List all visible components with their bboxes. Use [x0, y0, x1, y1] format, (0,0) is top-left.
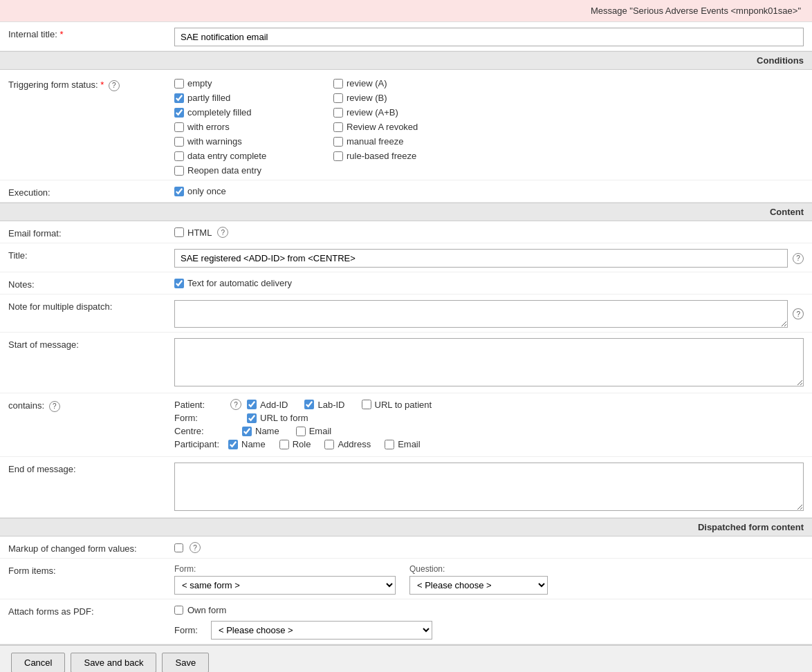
cb-rule-freeze-label: rule-based freeze [347, 151, 416, 161]
cb-centre-name[interactable] [242, 427, 252, 436]
triggering-label: Triggering form status: * ? [8, 77, 174, 91]
cb-part-address[interactable] [324, 440, 334, 449]
participant-label: Participant: [174, 439, 223, 449]
title-help-icon[interactable]: ? [793, 253, 804, 264]
cb-html[interactable] [174, 227, 184, 237]
attach-form-label: Form: [174, 625, 205, 635]
form-contains-row: Form: URL to form [174, 413, 804, 423]
email-format-label: Email format: [8, 225, 174, 239]
cb-review-a-rev[interactable] [333, 122, 343, 132]
content-header: Content [0, 203, 812, 221]
cb-empty[interactable] [174, 79, 184, 88]
notes-control: Text for automatic delivery [174, 277, 804, 288]
cb-reopen-item: Reopen data entry [174, 165, 313, 176]
markup-wrap: ? [174, 542, 804, 553]
start-message-textarea[interactable] [174, 338, 804, 386]
cb-manual-freeze[interactable] [333, 137, 343, 147]
cb-markup[interactable] [174, 543, 183, 552]
cb-part-address-label: Address [338, 439, 371, 449]
cb-own-form[interactable] [174, 606, 183, 615]
cb-errors[interactable] [174, 122, 184, 132]
cb-lab-id[interactable] [304, 400, 314, 409]
cb-review-b[interactable] [333, 93, 343, 103]
cb-partly-item: partly filled [174, 93, 313, 103]
cb-centre-email[interactable] [296, 427, 306, 436]
cb-completely-item: completely filled [174, 107, 313, 118]
form-checks: URL to form [247, 413, 308, 423]
cb-warnings-item: with warnings [174, 136, 313, 147]
attach-forms-control: Own form Form: < Please choose > [174, 604, 804, 640]
cb-data-entry[interactable] [174, 151, 184, 161]
cb-warnings[interactable] [174, 137, 184, 147]
patient-label: Patient: [174, 400, 223, 410]
cb-partly-label: partly filled [187, 93, 230, 103]
cb-review-ab[interactable] [333, 108, 343, 118]
cb-warnings-label: with warnings [187, 136, 242, 147]
question-select[interactable]: < Please choose > [409, 576, 548, 595]
form-items-row: Form items: Form: < same form > Question… [0, 559, 812, 599]
cb-text-auto-label: Text for automatic delivery [187, 278, 292, 288]
save-and-back-button[interactable]: Save and back [71, 653, 156, 672]
attach-form-select[interactable]: < Please choose > [211, 621, 432, 640]
triggering-help-icon[interactable]: ? [109, 80, 120, 91]
cb-url-patient[interactable] [362, 400, 371, 409]
cb-review-b-label: review (B) [347, 93, 387, 103]
cb-part-name[interactable] [228, 440, 238, 449]
note-multiple-help-icon[interactable]: ? [793, 308, 804, 319]
cb-add-id[interactable] [247, 400, 257, 409]
attach-forms-label: Attach forms as PDF: [8, 604, 174, 617]
cb-part-name-label: Name [241, 439, 266, 449]
markup-help-icon[interactable]: ? [190, 542, 201, 553]
title-label: Title: [8, 248, 174, 261]
cb-part-role-item: Role [279, 439, 311, 449]
patient-help-icon[interactable]: ? [230, 399, 241, 410]
cb-part-email[interactable] [385, 440, 394, 449]
end-message-control [174, 461, 804, 513]
cb-url-patient-label: URL to patient [375, 400, 432, 410]
end-message-textarea[interactable] [174, 463, 804, 511]
triggering-right-col: review (A) review (B) review (A+B) [333, 78, 472, 176]
patient-row: Patient: ? Add-ID Lab-ID UR [174, 399, 804, 410]
centre-row: Centre: Name Email [174, 426, 804, 436]
cb-once-label: only once [187, 186, 226, 196]
cb-review-a[interactable] [333, 79, 343, 88]
cb-centre-name-item: Name [242, 426, 279, 436]
triggering-checkboxes: empty partly filled completely filled [174, 78, 804, 176]
save-button[interactable]: Save [162, 653, 209, 672]
cb-rule-freeze[interactable] [333, 151, 343, 161]
cb-part-role[interactable] [279, 440, 289, 449]
execution-control: only once [174, 185, 804, 196]
cb-part-email-item: Email [385, 439, 421, 449]
note-multiple-textarea[interactable] [174, 300, 788, 328]
cb-once[interactable] [174, 187, 184, 196]
internal-title-input[interactable] [174, 28, 804, 46]
cb-partly[interactable] [174, 93, 184, 103]
triggering-control: empty partly filled completely filled [174, 77, 804, 176]
cancel-button[interactable]: Cancel [11, 653, 65, 672]
cb-url-form[interactable] [247, 413, 257, 423]
title-input[interactable] [174, 249, 788, 268]
end-message-label: End of message: [8, 461, 174, 474]
cb-add-id-label: Add-ID [260, 400, 288, 410]
page-wrapper: Message "Serious Adverse Events <mnponk0… [0, 0, 812, 672]
contains-help-icon[interactable]: ? [49, 401, 60, 412]
cb-data-entry-item: data entry complete [174, 151, 313, 161]
cb-text-auto[interactable] [174, 279, 184, 288]
cb-reopen[interactable] [174, 166, 184, 176]
execution-label: Execution: [8, 185, 174, 198]
form-items-label: Form items: [8, 563, 174, 576]
question-select-label: Question: [409, 564, 548, 574]
dispatched-header: Dispatched form content [0, 518, 812, 536]
cb-review-a-item: review (A) [333, 78, 472, 88]
notes-row: Notes: Text for automatic delivery [0, 272, 812, 295]
form-contains-label: Form: [174, 413, 223, 423]
cb-review-a-rev-item: Review A revoked [333, 122, 472, 132]
form-select[interactable]: < same form > [174, 576, 396, 595]
cb-manual-freeze-item: manual freeze [333, 136, 472, 147]
participant-checks: Name Role Address Email [228, 439, 421, 449]
cb-part-name-item: Name [228, 439, 266, 449]
form-items-control: Form: < same form > Question: < Please c… [174, 563, 804, 595]
html-help-icon[interactable]: ? [217, 227, 228, 238]
note-multiple-label: Note for multiple dispatch: [8, 299, 174, 312]
cb-completely[interactable] [174, 108, 184, 118]
